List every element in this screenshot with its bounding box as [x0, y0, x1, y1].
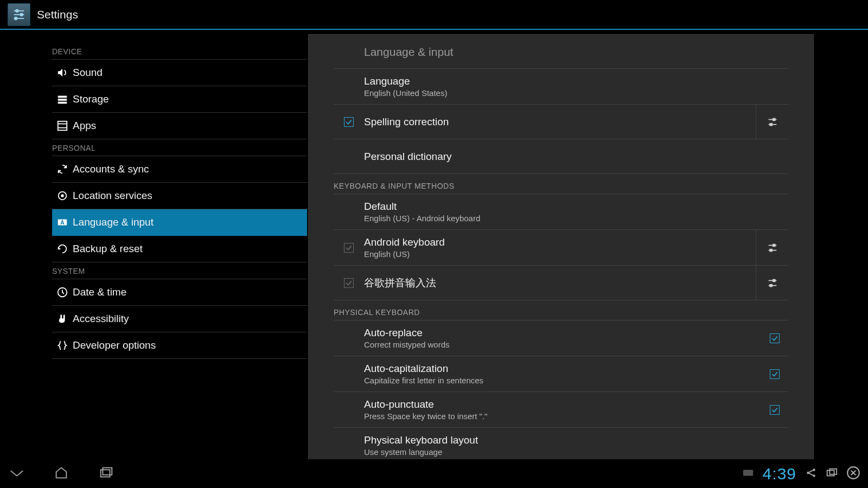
nav-item-accessibility[interactable]: Accessibility — [52, 306, 307, 332]
nav-item-label: Sound — [73, 67, 103, 79]
svg-point-1 — [16, 9, 18, 12]
nav-item-apps[interactable]: Apps — [52, 113, 307, 139]
nav-item-datetime[interactable]: Date & time — [52, 279, 307, 306]
nav-item-label: Accounts & sync — [73, 163, 149, 175]
row-label: Default — [364, 201, 788, 213]
nav-item-label: Accessibility — [73, 313, 129, 325]
nav-header-personal: PERSONAL — [52, 139, 307, 156]
svg-point-3 — [20, 13, 23, 16]
braces-icon — [53, 339, 72, 351]
section-header-physical: PHYSICAL KEYBOARD — [334, 300, 788, 320]
row-label: Language — [364, 75, 788, 87]
row-label: Physical keyboard layout — [364, 434, 788, 446]
sync-icon — [53, 163, 72, 175]
row-auto-punctuate[interactable]: Auto-punctuate Press Space key twice to … — [334, 392, 788, 428]
section-header-keyboard: KEYBOARD & INPUT METHODS — [334, 174, 788, 194]
svg-point-11 — [61, 194, 64, 197]
action-bar: Settings — [0, 0, 868, 30]
nav-item-storage[interactable]: Storage — [52, 86, 307, 113]
checkbox-auto-punct[interactable] — [770, 405, 780, 415]
hand-icon — [53, 313, 72, 325]
spelling-settings-button[interactable] — [756, 105, 788, 139]
nav-item-label: Backup & reset — [73, 243, 143, 255]
checkbox-auto-replace[interactable] — [770, 333, 780, 343]
nav-item-language-input[interactable]: A Language & input — [52, 209, 307, 236]
svg-rect-6 — [58, 96, 67, 98]
row-ime-android-keyboard[interactable]: Android keyboard English (US) — [334, 230, 788, 266]
row-label: Spelling correction — [364, 116, 756, 128]
share-icon[interactable] — [805, 467, 817, 481]
ime-indicator-icon[interactable] — [742, 467, 754, 481]
svg-rect-27 — [101, 470, 110, 477]
ime-pinyin-settings-button[interactable] — [756, 266, 788, 300]
home-button[interactable] — [53, 465, 69, 483]
svg-rect-18 — [770, 123, 772, 125]
svg-rect-29 — [743, 470, 752, 476]
svg-rect-20 — [773, 244, 775, 246]
row-spelling-correction[interactable]: Spelling correction — [334, 105, 788, 139]
row-physical-layout[interactable]: Physical keyboard layout Use system lang… — [334, 428, 788, 463]
storage-icon — [53, 93, 72, 105]
svg-rect-16 — [773, 118, 775, 120]
row-auto-replace[interactable]: Auto-replace Correct mistyped words — [334, 320, 788, 356]
ime-android-settings-button[interactable] — [756, 230, 788, 265]
checkbox-ime-android[interactable] — [344, 243, 354, 253]
row-label: Auto-capitalization — [364, 363, 761, 375]
speaker-icon — [53, 67, 72, 79]
row-default-ime[interactable]: Default English (US) - Android keyboard — [334, 194, 788, 230]
nav-item-label: Language & input — [73, 216, 154, 228]
svg-rect-22 — [770, 249, 772, 251]
row-auto-capitalization[interactable]: Auto-capitalization Capitalize first let… — [334, 356, 788, 392]
nav-item-label: Date & time — [73, 286, 126, 298]
row-value: English (US) - Android keyboard — [364, 214, 788, 223]
keyboard-a-icon: A — [53, 216, 72, 228]
svg-rect-8 — [58, 102, 67, 104]
checkbox-ime-pinyin[interactable] — [344, 278, 354, 288]
row-label: 谷歌拼音输入法 — [364, 276, 756, 290]
row-value: Capitalize first letter in sentences — [364, 376, 761, 385]
row-language[interactable]: Language English (United States) — [334, 69, 788, 105]
apps-icon — [53, 120, 72, 132]
nav-header-device: DEVICE — [52, 43, 307, 60]
settings-nav: DEVICE Sound Storage Apps PERSONAL Accou — [0, 31, 307, 459]
checkbox-auto-cap[interactable] — [770, 369, 780, 379]
action-bar-title: Settings — [37, 8, 78, 21]
nav-item-label: Location services — [73, 190, 152, 202]
row-label: Personal dictionary — [364, 151, 788, 163]
svg-rect-24 — [773, 279, 775, 281]
nav-item-sound[interactable]: Sound — [52, 60, 307, 86]
svg-rect-34 — [829, 468, 837, 474]
row-label: Auto-punctuate — [364, 399, 761, 410]
backup-icon — [53, 243, 72, 255]
nav-header-system: SYSTEM — [52, 262, 307, 279]
nav-item-location[interactable]: Location services — [52, 183, 307, 209]
svg-rect-7 — [58, 99, 67, 101]
row-value: Correct mistyped words — [364, 340, 761, 349]
location-icon — [53, 190, 72, 202]
row-value: English (United States) — [364, 88, 788, 98]
svg-rect-33 — [827, 470, 834, 476]
back-button[interactable] — [9, 465, 25, 483]
close-button[interactable] — [846, 466, 860, 482]
row-personal-dictionary[interactable]: Personal dictionary — [334, 139, 788, 174]
row-label: Auto-replace — [364, 327, 761, 339]
clock-icon — [53, 286, 72, 298]
nav-item-developer[interactable]: Developer options — [52, 332, 307, 359]
nav-item-backup[interactable]: Backup & reset — [52, 236, 307, 262]
screenshot-icon[interactable] — [826, 467, 838, 481]
svg-rect-26 — [770, 284, 772, 286]
svg-rect-9 — [58, 121, 67, 131]
svg-point-5 — [15, 17, 17, 20]
row-value: English (US) — [364, 249, 756, 259]
settings-app-icon — [8, 3, 30, 26]
recent-apps-button[interactable] — [98, 465, 114, 483]
row-value: Use system language — [364, 447, 788, 457]
row-label: Android keyboard — [364, 236, 756, 248]
row-ime-google-pinyin[interactable]: 谷歌拼音输入法 — [334, 266, 788, 300]
checkbox-spelling[interactable] — [344, 117, 354, 127]
row-value: Press Space key twice to insert "." — [364, 412, 761, 421]
nav-item-label: Developer options — [73, 339, 156, 351]
nav-item-accounts[interactable]: Accounts & sync — [52, 156, 307, 183]
system-nav-bar: 4:39 — [0, 459, 868, 488]
status-clock[interactable]: 4:39 — [763, 465, 796, 483]
